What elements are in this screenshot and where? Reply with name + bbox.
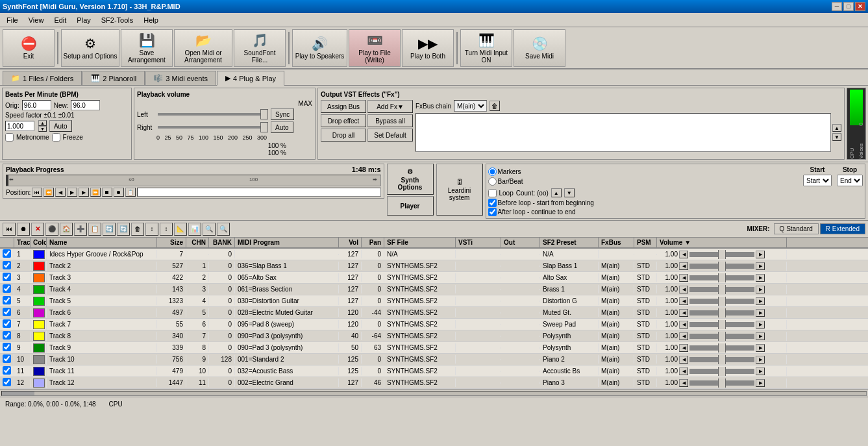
track-checkbox-8[interactable] (3, 331, 11, 340)
freeze-checkbox[interactable] (52, 133, 60, 142)
mixer-slider-4[interactable] (689, 287, 754, 292)
set-default-button[interactable]: Set Default (367, 129, 413, 142)
mixer-slider-6[interactable] (689, 310, 754, 316)
mixer-left-9[interactable]: ◀ (679, 344, 688, 352)
mixer-right-6[interactable]: ▶ (756, 309, 765, 317)
table-row[interactable]: 12 Track 12 1447 11 0 002=Electric Grand… (0, 377, 868, 389)
tab-plugplay[interactable]: ▶ 4 Plug & Play (217, 71, 284, 86)
vol-sync-button[interactable]: Sync (271, 108, 294, 120)
mixer-left-2[interactable]: ◀ (679, 262, 688, 270)
mixer-right-5[interactable]: ▶ (756, 297, 765, 305)
mixer-right-8[interactable]: ▶ (756, 332, 765, 340)
tab-midievents[interactable]: 🎼 3 Midi events (145, 71, 216, 85)
track-checkbox-7[interactable] (3, 319, 11, 328)
mixer-right-10[interactable]: ▶ (756, 356, 765, 364)
progress-ruler[interactable]: ⬅ s0 100 ➡ (6, 175, 381, 186)
table-row[interactable]: 11 Track 11 479 10 0 032=Acoustic Bass 1… (0, 365, 868, 377)
table-row[interactable]: 2 Track 2 527 1 0 036=Slap Bass 1 127 0 … (0, 260, 868, 272)
transport-rew[interactable]: ◀ (55, 188, 66, 197)
transport-rew-fast[interactable]: ⏪ (43, 188, 54, 197)
mixer-tab-standard[interactable]: Q Standard (774, 223, 819, 234)
table-row[interactable]: 7 Track 7 55 6 0 095=Pad 8 (sweep) 120 0… (0, 319, 868, 330)
track-checkbox-9[interactable] (3, 343, 11, 351)
bpm-speed-down[interactable]: ▼ (38, 126, 47, 132)
track-checkbox-2[interactable] (3, 261, 11, 269)
table-row[interactable]: 3 Track 3 422 2 0 065=Alto Sax 127 0 SYN… (0, 272, 868, 284)
table-row[interactable]: 9 Track 9 339 8 0 090=Pad 3 (polysynth) … (0, 342, 868, 354)
synth-options-button[interactable]: ⚙ Synth Options (387, 164, 434, 195)
setup-options-button[interactable]: ⚙ Setup and Options (61, 29, 119, 67)
after-loop-checkbox[interactable] (488, 208, 497, 216)
track-tool-trash[interactable]: 🗑 (131, 223, 144, 236)
mixer-vol-dropdown[interactable]: Volume ▼ (660, 239, 691, 246)
mixer-left-3[interactable]: ◀ (679, 274, 688, 282)
track-rows[interactable]: 1 Idecs Hyper Groove / Rock&Pop 7 0 127 … (0, 249, 868, 389)
track-tool-zoom2[interactable]: 🔍 (217, 223, 230, 236)
mixer-right-12[interactable]: ▶ (756, 379, 765, 387)
table-row[interactable]: 5 Track 5 1323 4 0 030=Distortion Guitar… (0, 295, 868, 307)
loop-checkbox[interactable] (488, 189, 497, 197)
mixer-right-11[interactable]: ▶ (756, 367, 765, 375)
track-checkbox-1[interactable] (3, 249, 11, 258)
before-loop-checkbox[interactable] (488, 199, 497, 207)
mixer-slider-5[interactable] (689, 299, 754, 304)
tab-files[interactable]: 📁 1 Files / Folders (3, 71, 82, 85)
track-tool-chart[interactable]: 📊 (188, 223, 201, 236)
menu-view[interactable]: View (25, 15, 48, 25)
track-tool-delete[interactable]: ✕ (31, 223, 44, 236)
track-tool-mute[interactable]: ⚫ (45, 223, 58, 236)
mixer-slider-10[interactable] (689, 357, 754, 362)
mixer-right-9[interactable]: ▶ (756, 344, 765, 352)
stop-select[interactable]: End (837, 175, 863, 186)
table-row[interactable]: 6 Track 6 497 5 0 028=Electric Muted Gui… (0, 307, 868, 319)
count-up[interactable]: ▲ (551, 188, 562, 197)
vol-right-slider[interactable] (158, 126, 268, 129)
bpm-orig-input[interactable] (22, 100, 51, 110)
mixer-right-1[interactable]: ▶ (756, 251, 765, 258)
track-checkbox-12[interactable] (3, 378, 11, 386)
horizontal-scrollbar[interactable] (0, 389, 868, 397)
track-tool-refresh1[interactable]: 🔄 (103, 223, 116, 236)
menu-file[interactable]: File (3, 15, 22, 25)
bpm-auto-button[interactable]: Auto (49, 120, 72, 132)
count-down[interactable]: ▼ (564, 188, 575, 197)
drop-effect-button[interactable]: Drop effect (321, 114, 366, 127)
assign-bus-button[interactable]: Assign Bus (321, 100, 366, 113)
mixer-slider-7[interactable] (689, 322, 754, 327)
start-select[interactable]: Start (803, 175, 832, 186)
transport-fwd-fast[interactable]: ⏩ (90, 188, 101, 197)
track-checkbox-3[interactable] (3, 273, 11, 281)
track-tool-zoom1[interactable]: 🔍 (203, 223, 216, 236)
menu-help[interactable]: Help (140, 15, 162, 25)
track-tool-sort1[interactable]: ↕ (145, 223, 158, 236)
play-both-button[interactable]: ▶▶ Play to Both (402, 29, 454, 67)
fxbus-down[interactable]: ▼ (832, 133, 841, 141)
track-checkbox-5[interactable] (3, 296, 11, 304)
track-tool-1[interactable]: ⏮ (3, 223, 16, 236)
track-tool-refresh2[interactable]: 🔄 (117, 223, 130, 236)
mixer-left-5[interactable]: ◀ (679, 297, 688, 305)
mixer-left-6[interactable]: ◀ (679, 309, 688, 317)
bpm-speed-up[interactable]: ▲ (38, 120, 47, 126)
table-row[interactable]: 1 Idecs Hyper Groove / Rock&Pop 7 0 127 … (0, 249, 868, 260)
vol-left-slider[interactable] (158, 113, 268, 116)
transport-record[interactable]: ⏺ (114, 188, 124, 197)
transport-fwd[interactable]: ▶ (79, 188, 89, 197)
mixer-left-11[interactable]: ◀ (679, 367, 688, 375)
save-midi-button[interactable]: 💿 Save Midi (514, 29, 565, 67)
mixer-slider-3[interactable] (689, 275, 754, 280)
markers-radio[interactable] (488, 167, 497, 176)
menu-sf2tools[interactable]: SF2-Tools (97, 15, 138, 25)
table-row[interactable]: 8 Track 8 340 7 0 090=Pad 3 (polysynth) … (0, 330, 868, 342)
leardini-button[interactable]: 🎛 Leardini system (436, 164, 483, 216)
scrollbar-track[interactable] (1, 391, 867, 396)
mixer-right-3[interactable]: ▶ (756, 274, 765, 282)
exit-button[interactable]: ⛔ Exit (3, 29, 55, 67)
table-row[interactable]: 10 Track 10 756 9 128 001=Standard 2 125… (0, 354, 868, 365)
mixer-tab-extended[interactable]: R Extended (820, 223, 865, 234)
bpm-speed-input[interactable] (5, 121, 34, 131)
mixer-slider-2[interactable] (689, 264, 754, 269)
track-tool-sort2[interactable]: ↕ (160, 223, 173, 236)
scrollbar-thumb[interactable] (2, 391, 34, 395)
transport-stop[interactable]: ⏹ (102, 188, 112, 197)
